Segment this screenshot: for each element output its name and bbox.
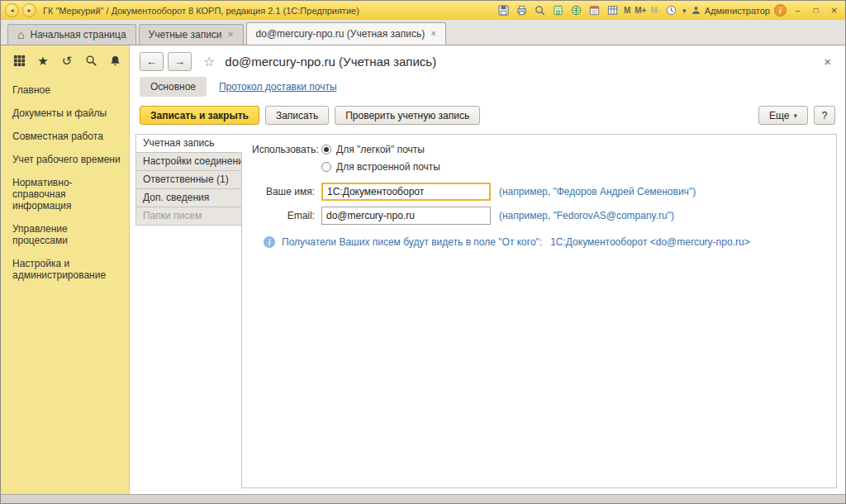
sidebar-item-timekeeping[interactable]: Учет рабочего времени — [12, 148, 121, 171]
favorite-star-icon[interactable]: ☆ — [203, 54, 215, 69]
radio-light-mail[interactable]: Для "легкой" почты — [321, 144, 440, 155]
use-options: Для "легкой" почты Для встроенной почты — [321, 144, 440, 173]
use-label: Использовать: — [252, 144, 315, 155]
chevron-down-icon: ▾ — [793, 112, 797, 120]
work-area: Учетная запись Настройки соединения Отве… — [130, 132, 845, 495]
email-hint: (например, "FedorovAS@company.ru") — [499, 210, 674, 221]
tab-start-page[interactable]: ⌂ Начальная страница — [7, 24, 136, 45]
info-icon[interactable]: i — [774, 4, 787, 17]
sidebar-item-main[interactable]: Главное — [12, 78, 121, 102]
home-icon: ⌂ — [17, 29, 24, 40]
email-label: Email: — [252, 210, 315, 221]
page-header: ← → ☆ do@mercury-npo.ru (Учетная запись)… — [130, 45, 845, 74]
section-connection-settings[interactable]: Настройки соединения — [135, 152, 242, 171]
memory-plus-button[interactable]: M+ — [634, 6, 646, 15]
sidebar: ★ ↺ Главное Документы и файлы Совместная… — [1, 45, 129, 495]
radio-icon — [321, 162, 331, 172]
name-row: Ваше имя: (например, "Федоров Андрей Сем… — [252, 183, 826, 201]
timer-icon[interactable] — [664, 3, 678, 17]
close-tab-icon[interactable]: × — [228, 30, 234, 40]
main-area: ← → ☆ do@mercury-npo.ru (Учетная запись)… — [129, 45, 845, 495]
user-icon — [691, 5, 701, 16]
tab-accounts[interactable]: Учетные записи × — [139, 24, 244, 45]
close-form-icon[interactable]: × — [824, 55, 831, 69]
save-and-close-button[interactable]: Записать и закрыть — [140, 106, 259, 125]
current-user[interactable]: Администратор — [691, 5, 770, 16]
service-menu-button[interactable]: ▸ — [22, 3, 36, 17]
title-bar: ◂ ▸ ГК "Меркурий" / Документооборот 8 КО… — [1, 1, 845, 21]
use-row: Использовать: Для "легкой" почты Для вст… — [252, 144, 826, 173]
tab-strip: ⌂ Начальная страница Учетные записи × do… — [1, 20, 845, 45]
search-icon[interactable] — [83, 53, 98, 68]
globe-icon[interactable] — [569, 3, 583, 17]
info-row: i Получатели Ваших писем будут видеть в … — [264, 236, 826, 248]
close-window-button[interactable]: × — [827, 4, 841, 17]
notifications-bell-icon[interactable] — [107, 53, 122, 68]
tab-account-detail[interactable]: do@mercury-npo.ru (Учетная запись) × — [246, 22, 447, 45]
sidebar-item-administration[interactable]: Настройка и администрирование — [12, 252, 121, 287]
sidebar-item-documents[interactable]: Документы и файлы — [12, 102, 121, 125]
email-input[interactable] — [321, 207, 491, 225]
sidebar-item-process-management[interactable]: Управление процессами — [12, 217, 121, 252]
radio-label: Для встроенной почты — [336, 161, 440, 173]
sidebar-menu: Главное Документы и файлы Совместная раб… — [1, 75, 129, 287]
form-panel: Использовать: Для "легкой" почты Для вст… — [241, 134, 837, 488]
history-icon[interactable]: ↺ — [59, 53, 74, 68]
link-mail-delivery-log[interactable]: Протокол доставки почты — [219, 81, 337, 93]
memory-m-button[interactable]: M — [624, 6, 630, 15]
tab-main-section[interactable]: Основное — [140, 77, 207, 97]
tab-label: do@mercury-npo.ru (Учетная запись) — [256, 28, 425, 40]
more-button[interactable]: Еще ▾ — [758, 106, 808, 125]
name-input[interactable] — [321, 183, 491, 201]
section-account[interactable]: Учетная запись — [135, 134, 242, 153]
info-value: 1С:Документооборот <do@mercury-npo.ru> — [550, 236, 749, 248]
favorites-star-icon[interactable]: ★ — [36, 53, 50, 68]
help-button[interactable]: ? — [814, 106, 835, 125]
sidebar-item-reference-info[interactable]: Нормативно-справочная информация — [12, 171, 121, 217]
save-button[interactable]: Записать — [265, 106, 329, 125]
window-menu-button[interactable]: ◂ — [5, 3, 19, 17]
page-title: do@mercury-npo.ru (Учетная запись) — [225, 55, 436, 69]
table-icon[interactable] — [606, 3, 620, 17]
menu-grid-icon[interactable] — [12, 53, 26, 68]
info-text: Получатели Ваших писем будут видеть в по… — [282, 236, 542, 248]
timer-dropdown-icon[interactable]: ▾ — [682, 7, 687, 15]
more-label: Еще — [769, 110, 789, 121]
section-list: Учетная запись Настройки соединения Отве… — [135, 134, 242, 488]
back-button[interactable]: ← — [140, 52, 164, 71]
calculator-icon[interactable] — [551, 3, 565, 17]
name-label: Ваше имя: — [252, 186, 315, 197]
maximize-button[interactable]: □ — [809, 4, 823, 17]
section-additional-info[interactable]: Доп. сведения — [135, 188, 242, 207]
section-responsible[interactable]: Ответственные (1) — [135, 170, 242, 189]
calendar-icon[interactable] — [587, 3, 601, 17]
sidebar-item-collaboration[interactable]: Совместная работа — [12, 125, 121, 148]
tab-label: Начальная страница — [30, 29, 126, 40]
command-bar: Записать и закрыть Записать Проверить уч… — [130, 102, 845, 132]
info-circle-icon: i — [264, 236, 275, 248]
radio-builtin-mail[interactable]: Для встроенной почты — [321, 161, 440, 173]
email-row: Email: (например, "FedorovAS@company.ru"… — [252, 207, 826, 225]
window-title: ГК "Меркурий" / Документооборот 8 КОРП, … — [43, 6, 359, 16]
print-icon[interactable] — [515, 3, 529, 17]
save-icon[interactable] — [497, 3, 511, 17]
section-mail-folders: Папки писем — [135, 207, 242, 226]
radio-label: Для "легкой" почты — [336, 144, 425, 155]
tab-label: Учетные записи — [149, 29, 222, 40]
name-hint: (например, "Федоров Андрей Семенович") — [499, 186, 696, 197]
find-icon[interactable] — [533, 3, 547, 17]
current-user-name: Администратор — [705, 6, 770, 16]
status-bar — [1, 494, 845, 503]
forward-button[interactable]: → — [168, 52, 192, 71]
close-tab-icon[interactable]: × — [430, 29, 436, 39]
radio-icon — [321, 145, 331, 155]
sidebar-toolbar: ★ ↺ — [1, 45, 129, 75]
form-tabs: Основное Протокол доставки почты — [130, 74, 845, 102]
titlebar-toolbar: M M+ M- ▾ Администратор i – □ × — [497, 3, 841, 17]
memory-minus-button[interactable]: M- — [650, 6, 660, 15]
check-account-button[interactable]: Проверить учетную запись — [335, 106, 480, 125]
minimize-button[interactable]: – — [791, 4, 805, 17]
